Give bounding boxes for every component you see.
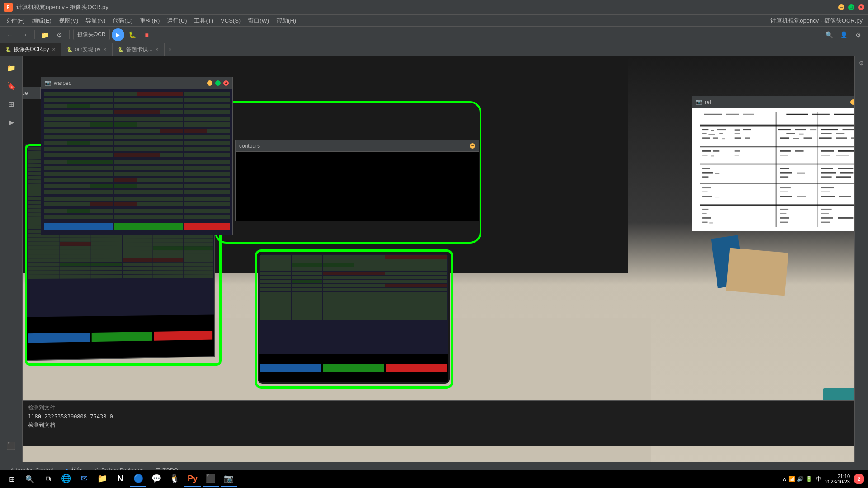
svg-rect-18 xyxy=(702,133,707,134)
taskbar-terminal-app[interactable]: ⬛ xyxy=(203,471,219,487)
tab-ocr-impl[interactable]: 🐍 ocr实现.py ✕ xyxy=(61,43,113,56)
svg-rect-51 xyxy=(700,164,859,165)
tab-answer-sheet-close[interactable]: ✕ xyxy=(155,47,159,52)
toolbar-back-button[interactable]: ← xyxy=(4,28,16,41)
taskbar-files-app[interactable]: 📁 xyxy=(94,471,110,487)
warped-maximize[interactable]: □ xyxy=(215,80,221,86)
svg-rect-80 xyxy=(702,209,708,210)
right-panel-minus-icon[interactable]: ─ xyxy=(856,70,867,81)
taskbar-email-app[interactable]: ✉ xyxy=(76,471,92,487)
svg-rect-2 xyxy=(726,114,739,115)
tray-battery-icon[interactable]: 🔋 xyxy=(806,476,812,482)
center-btn-red xyxy=(386,364,447,372)
menu-tools[interactable]: 工具(T) xyxy=(190,16,217,26)
center-screen-grid xyxy=(260,255,447,320)
taskbar-camera-app[interactable]: 📷 xyxy=(221,471,237,487)
notion-icon: N xyxy=(118,474,123,483)
toolbar-search-button[interactable]: 🔍 xyxy=(823,28,835,41)
menu-help[interactable]: 帮助(H) xyxy=(273,16,300,26)
menu-bar: 文件(F) 编辑(E) 视图(V) 导航(N) 代码(C) 重构(R) 运行(U… xyxy=(0,14,868,26)
menu-view[interactable]: 视图(V) xyxy=(55,16,82,26)
warped-grid xyxy=(42,90,231,233)
taskbar-chrome-app[interactable]: 🔵 xyxy=(130,471,146,487)
sidebar-project-icon[interactable]: 📁 xyxy=(3,60,19,76)
svg-rect-43 xyxy=(821,150,834,152)
warped-close[interactable]: ✕ xyxy=(223,80,229,86)
menu-code[interactable]: 代码(C) xyxy=(109,16,136,26)
sidebar-run-icon[interactable]: ▶ xyxy=(3,114,19,130)
tab-camera-ocr-label: 摄像头OCR.py xyxy=(14,46,49,53)
camera-icon: 📷 xyxy=(224,474,234,483)
app-icon: P xyxy=(4,3,13,12)
menu-navigate[interactable]: 导航(N) xyxy=(82,16,109,26)
svg-rect-69 xyxy=(821,187,834,188)
svg-rect-56 xyxy=(702,172,713,174)
svg-rect-87 xyxy=(780,217,789,219)
tray-expand-icon[interactable]: ∧ xyxy=(783,476,787,482)
menu-vcs[interactable]: VCS(S) xyxy=(217,16,244,25)
menu-file[interactable]: 文件(F) xyxy=(2,16,28,26)
svg-rect-73 xyxy=(702,196,712,197)
sidebar-structure-icon[interactable]: ⊞ xyxy=(3,96,19,112)
taskbar-search-button[interactable]: 🔍 xyxy=(22,471,38,487)
maximize-button[interactable]: □ xyxy=(848,4,854,10)
title-bar: P 计算机视觉opencv - 摄像头OCR.py ─ □ ✕ xyxy=(0,0,868,14)
contours-minimize[interactable]: ─ xyxy=(470,143,475,149)
menu-edit[interactable]: 编辑(E) xyxy=(28,16,55,26)
svg-rect-5 xyxy=(812,114,830,115)
right-panel-settings-icon[interactable]: ⚙ xyxy=(856,58,867,69)
sidebar-bookmarks-icon[interactable]: 🔖 xyxy=(3,78,19,94)
menu-run[interactable]: 运行(U) xyxy=(163,16,190,26)
close-button[interactable]: ✕ xyxy=(858,4,864,10)
svg-rect-76 xyxy=(797,196,806,197)
toolbar-settings2-button[interactable]: ⚙ xyxy=(852,28,864,41)
qq-icon: 🐧 xyxy=(170,474,179,483)
svg-rect-45 xyxy=(702,155,707,156)
terminal-icon: ⬛ xyxy=(206,474,216,483)
contours-window: contours ─ xyxy=(235,140,479,221)
svg-rect-12 xyxy=(743,129,751,130)
taskbar-notion-app[interactable]: N xyxy=(112,471,128,487)
toolbar-forward-button[interactable]: → xyxy=(18,28,31,41)
toolbar-folder-button[interactable]: 📁 xyxy=(38,28,51,41)
toolbar-profile-button[interactable]: 👤 xyxy=(837,28,850,41)
taskbar-time-area[interactable]: 21:10 2023/10/23 xyxy=(825,474,850,484)
toolbar-settings-button[interactable]: ⚙ xyxy=(53,28,66,41)
menu-window[interactable]: 窗口(W) xyxy=(244,16,273,26)
tray-network-icon[interactable]: 📶 xyxy=(788,476,795,482)
minimize-button[interactable]: ─ xyxy=(838,4,844,10)
svg-rect-44 xyxy=(838,150,855,152)
svg-rect-83 xyxy=(702,213,707,214)
taskbar-qq-app[interactable]: 🐧 xyxy=(166,471,183,487)
taskbar-pycharm-app[interactable]: Py xyxy=(184,471,201,487)
sidebar-terminal-icon[interactable]: ⬛ xyxy=(3,437,19,454)
tab-camera-ocr[interactable]: 🐍 摄像头OCR.py ✕ xyxy=(0,43,61,56)
svg-rect-50 xyxy=(836,155,849,156)
taskbar-taskview-button[interactable]: ⧉ xyxy=(40,471,56,487)
svg-rect-21 xyxy=(735,133,740,134)
warped-minimize[interactable]: ─ xyxy=(207,80,212,86)
run-button[interactable]: ▶ xyxy=(112,28,124,41)
tab-answer-sheet[interactable]: 🐍 答题卡识... ✕ xyxy=(113,43,165,56)
svg-rect-17 xyxy=(843,129,856,130)
tray-sound-icon[interactable]: 🔊 xyxy=(797,476,804,482)
lang-icon[interactable]: 中 xyxy=(816,475,821,483)
taskbar-edge-app[interactable]: 🌐 xyxy=(58,471,74,487)
console-file-label: 检测到文件 xyxy=(28,404,849,412)
tab-camera-ocr-close[interactable]: ✕ xyxy=(52,47,56,52)
debug-button[interactable]: 🐛 xyxy=(126,28,139,41)
taskbar-start-button[interactable]: ⊞ xyxy=(4,471,20,487)
notification-badge[interactable]: 2 xyxy=(854,474,864,484)
tab-more[interactable]: » xyxy=(165,46,175,52)
svg-rect-53 xyxy=(780,168,789,169)
project-title: 计算机视觉opencv - 摄像头OCR.py xyxy=(767,17,866,25)
tab-ocr-impl-close[interactable]: ✕ xyxy=(103,47,107,52)
svg-rect-42 xyxy=(795,150,803,152)
svg-rect-84 xyxy=(780,213,786,214)
menu-refactor[interactable]: 重构(R) xyxy=(136,16,163,26)
stop-button[interactable]: ■ xyxy=(141,28,153,41)
run-config-selector[interactable]: 摄像头OCR xyxy=(73,29,110,40)
left-monitor-bottom xyxy=(26,314,214,360)
console-area: 检测到文件 1180.2325358390808 75438.0 检测到文档 xyxy=(23,400,854,446)
taskbar-wechat-app[interactable]: 💬 xyxy=(148,471,165,487)
